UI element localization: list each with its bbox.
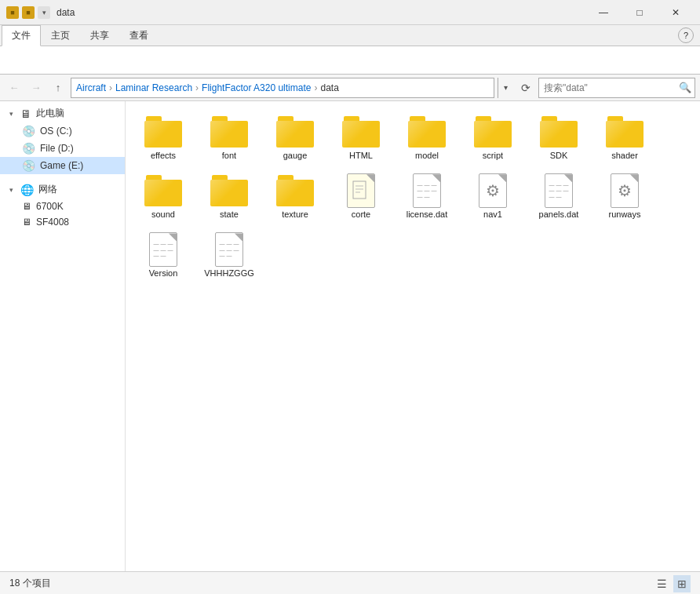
sidebar-label-os-c: OS (C:): [40, 126, 72, 137]
folder-icon: [276, 175, 314, 206]
file-item[interactable]: model: [396, 111, 458, 166]
sidebar-label-file-d: File (D:): [40, 143, 74, 154]
status-bar: 18 个项目 ☰ ⊞: [0, 571, 700, 594]
sidebar-item-sf4008[interactable]: 🖥 SF4008: [0, 214, 125, 230]
drive-icon-d: 💿: [22, 142, 35, 155]
file-grid: effects font gauge HTML model script: [132, 111, 694, 285]
search-input[interactable]: [539, 82, 676, 93]
breadcrumb-dropdown-button[interactable]: ▾: [498, 78, 513, 98]
maximize-button[interactable]: □: [622, 0, 658, 25]
ribbon-content: [0, 46, 700, 75]
file-name: model: [415, 151, 439, 161]
file-name: effects: [151, 151, 176, 161]
file-icon-wrapper: — — —— — —— —: [408, 175, 446, 206]
forward-button[interactable]: →: [27, 78, 46, 97]
up-button[interactable]: ↑: [49, 78, 67, 97]
main-layout: ▾ 🖥 此电脑 💿 OS (C:) 💿 File (D:) 💿 Game (E:…: [0, 101, 700, 571]
close-button[interactable]: ✕: [658, 0, 694, 25]
tab-view[interactable]: 查看: [119, 25, 159, 46]
text-file-icon: — — —— — —— —: [149, 232, 177, 267]
file-name: license.dat: [407, 210, 448, 220]
expand-icon: ▾: [6, 109, 16, 118]
gear-file-icon: ⚙: [479, 173, 507, 208]
sidebar-item-file-d[interactable]: 💿 File (D:): [0, 140, 125, 157]
file-item[interactable]: gauge: [264, 111, 326, 166]
status-count: 18 个项目: [9, 577, 51, 590]
gear-file-icon: ⚙: [611, 173, 639, 208]
file-item[interactable]: — — —— — —— — license.dat: [396, 169, 458, 225]
tab-share[interactable]: 共享: [80, 25, 119, 46]
file-icon-wrapper: — — —— — —— —: [210, 234, 248, 265]
file-item[interactable]: font: [198, 111, 261, 166]
file-item[interactable]: — — —— — —— — VHHHZGGG: [198, 228, 261, 284]
file-item[interactable]: effects: [132, 111, 195, 166]
svg-rect-0: [353, 181, 366, 199]
file-icon-wrapper: ⚙: [474, 175, 512, 206]
file-item[interactable]: shader: [593, 111, 656, 166]
sidebar-item-os-c[interactable]: 💿 OS (C:): [0, 122, 125, 140]
file-item[interactable]: corte: [330, 169, 392, 225]
breadcrumb-item-laminar[interactable]: Laminar Research: [115, 82, 192, 93]
drive-icon-e: 💿: [22, 159, 35, 172]
file-item[interactable]: texture: [264, 169, 326, 225]
file-item[interactable]: ⚙ nav1: [461, 169, 524, 225]
folder-icon: [408, 116, 446, 148]
network-icon: 🌐: [20, 184, 34, 196]
folder-icon: [342, 116, 380, 148]
ribbon-tabs: 文件 主页 共享 查看 ?: [0, 25, 700, 46]
file-name: runways: [609, 210, 641, 220]
refresh-button[interactable]: ⟳: [516, 78, 535, 97]
folder-icon: [210, 175, 248, 206]
file-name: sound: [151, 210, 175, 220]
file-icon-wrapper: — — —— — —— —: [540, 175, 578, 206]
sidebar-label-game-e: Game (E:): [40, 160, 83, 171]
network-expand-icon: ▾: [6, 185, 16, 195]
list-view-button[interactable]: ☰: [653, 575, 670, 592]
sidebar-item-6700k[interactable]: 🖥 6700K: [0, 199, 125, 214]
tab-file[interactable]: 文件: [2, 25, 41, 46]
file-name: nav1: [483, 210, 502, 220]
file-name: Version: [149, 268, 178, 279]
breadcrumb-item-aircraft[interactable]: Aircraft: [76, 82, 106, 93]
tab-home[interactable]: 主页: [41, 25, 80, 46]
file-name: script: [483, 151, 503, 161]
file-item[interactable]: SDK: [527, 111, 590, 166]
folder-icon: [144, 175, 182, 206]
file-name: VHHHZGGG: [204, 268, 254, 279]
text-file-icon: — — —— — —— —: [413, 173, 441, 208]
sidebar-label-this-pc: 此电脑: [36, 107, 64, 120]
breadcrumb-item-ff[interactable]: FlightFactor A320 ultimate: [202, 82, 311, 93]
folder-icon: [606, 116, 643, 148]
back-button[interactable]: ←: [5, 78, 24, 97]
breadcrumb-sep-3: ›: [314, 82, 317, 93]
sidebar-item-network[interactable]: ▾ 🌐 网络: [0, 180, 125, 199]
file-name: shader: [611, 151, 638, 161]
file-item[interactable]: ⚙ runways: [593, 169, 656, 225]
search-button[interactable]: 🔍: [676, 78, 695, 97]
breadcrumb-path: Aircraft › Laminar Research › FlightFact…: [76, 82, 339, 93]
text-file-icon: — — —— — —— —: [215, 232, 243, 267]
file-item[interactable]: — — —— — —— — panels.dat: [527, 169, 590, 225]
breadcrumb[interactable]: Aircraft › Laminar Research › FlightFact…: [71, 78, 494, 98]
dropdown-icon: ▾: [38, 6, 50, 19]
sidebar: ▾ 🖥 此电脑 💿 OS (C:) 💿 File (D:) 💿 Game (E:…: [0, 101, 126, 571]
file-item[interactable]: — — —— — —— — Version: [132, 228, 195, 284]
sidebar-item-game-e[interactable]: 💿 Game (E:): [0, 157, 125, 174]
note-file-icon: [347, 173, 375, 208]
grid-view-button[interactable]: ⊞: [673, 575, 691, 592]
breadcrumb-sep-1: ›: [109, 82, 112, 93]
file-item[interactable]: sound: [132, 169, 195, 225]
file-icon-wrapper: [342, 175, 380, 206]
file-item[interactable]: state: [198, 169, 261, 225]
sidebar-label-network: 网络: [38, 183, 57, 196]
help-button[interactable]: ?: [678, 27, 694, 43]
file-name: state: [220, 210, 239, 220]
file-item[interactable]: HTML: [330, 111, 392, 166]
file-item[interactable]: script: [461, 111, 524, 166]
computer-icon: 🖥: [20, 108, 31, 120]
file-icon-wrapper: — — —— — —— —: [144, 234, 182, 265]
minimize-button[interactable]: —: [585, 0, 622, 25]
sidebar-item-this-pc[interactable]: ▾ 🖥 此电脑: [0, 104, 125, 122]
file-name: corte: [352, 210, 370, 220]
breadcrumb-sep-2: ›: [195, 82, 199, 93]
